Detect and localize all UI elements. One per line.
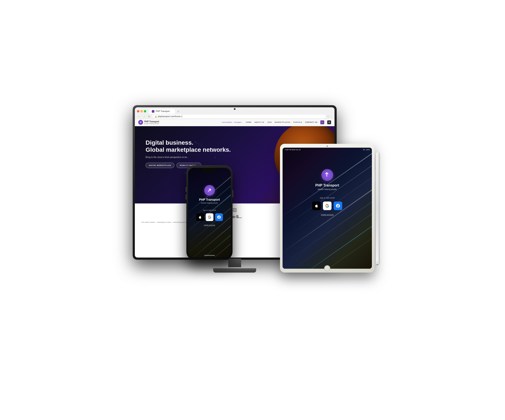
phone-app-content: PHP Transport people helping people sign… <box>188 174 231 257</box>
site-nav: PHP Transport people helping people conv… <box>135 119 335 126</box>
nav-links: conversations kennygon... HOME ABOUT US … <box>219 120 331 124</box>
traffic-lights <box>137 110 146 113</box>
phone-app-logo <box>204 185 215 196</box>
tab-title: PHP Transport <box>156 110 170 113</box>
phone-app-name: PHP Transport <box>199 198 220 201</box>
hero-content: Digital business. Global marketplace net… <box>145 139 231 168</box>
hero-title-line2: Global marketplace networks. <box>145 146 231 153</box>
tablet-app-content: PHP Transport people helping people sign… <box>283 152 372 269</box>
tablet-battery: 100% <box>366 149 370 150</box>
apple-icon <box>315 204 318 208</box>
hero-subtitle: Bring to the cloud a fresh perspective o… <box>145 156 231 158</box>
nav-home[interactable]: HOME <box>246 121 252 123</box>
more-icon[interactable]: ⋮ <box>330 115 332 118</box>
tablet-time: 2:38 PM Wed Oct 20 <box>285 149 301 151</box>
monitor-base <box>213 268 256 273</box>
username-link[interactable]: kennygon... <box>234 121 243 123</box>
tablet-home-button[interactable] <box>324 265 330 271</box>
phone-notch <box>202 168 217 173</box>
tablet-screen: 2:38 PM Wed Oct 20 5G 100% <box>283 148 372 269</box>
phone-sign-in-label: sign in with email <box>203 209 216 211</box>
apple-pencil <box>376 152 379 264</box>
browser-actions: ☆ ⋮ <box>327 115 332 118</box>
phone-screen: PHP Transport people helping people sign… <box>188 168 231 257</box>
tablet: 2:38 PM Wed Oct 20 5G 100% <box>280 144 374 273</box>
browser-tab[interactable]: PHP Transport <box>149 109 175 114</box>
bookmark-icon[interactable]: ☆ <box>327 115 329 118</box>
pencil-tip <box>377 263 378 265</box>
logo-text-block: PHP Transport people helping people <box>144 120 159 124</box>
phone: PHP Transport people helping people sign… <box>186 165 233 260</box>
phone-apple-icon <box>198 215 202 219</box>
tablet-status-right: 5G 100% <box>363 149 370 150</box>
forward-button[interactable]: → <box>142 115 146 119</box>
phone-social-buttons <box>196 213 223 221</box>
nav-contact-us[interactable]: CONTACT US <box>305 121 317 123</box>
tablet-signal: 5G <box>363 149 365 150</box>
phone-apple-signin[interactable] <box>196 213 204 221</box>
site-logo: PHP Transport people helping people <box>138 120 159 125</box>
phone-facebook-signin[interactable] <box>215 213 223 221</box>
browser-toolbar: ← → ↻ 🔒 phptransport.com/home-1 ☆ ⋮ <box>135 114 335 119</box>
phone-outer: PHP Transport people helping people sign… <box>186 165 233 260</box>
tablet-google-signin[interactable] <box>323 201 332 210</box>
phone-app: PHP Transport people helping people sign… <box>188 168 231 257</box>
close-button-tl[interactable] <box>137 110 139 113</box>
tablet-sign-in-label: sign in with email <box>320 197 335 199</box>
tablet-logo-svg <box>322 170 331 179</box>
tablet-camera <box>327 145 328 147</box>
nav-portals[interactable]: PORTALS <box>293 121 302 123</box>
tab-favicon <box>152 110 154 113</box>
tablet-apple-signin[interactable] <box>312 201 321 210</box>
reload-button[interactable]: ↻ <box>147 115 151 119</box>
nav-about[interactable]: ABOUT US <box>254 121 264 123</box>
tablet-app-logo-arrow <box>322 170 332 180</box>
tablet-outer: 2:38 PM Wed Oct 20 5G 100% <box>280 144 374 273</box>
phone-logo-svg <box>207 188 212 193</box>
logo-svg <box>139 121 142 124</box>
monitor-neck <box>228 259 241 267</box>
phone-google-signin[interactable] <box>206 213 214 221</box>
monitor-camera <box>234 108 235 110</box>
phone-volume-down-button[interactable] <box>186 194 186 200</box>
hero-title: Digital business. Global marketplace net… <box>145 139 231 153</box>
tablet-status-bar: 2:38 PM Wed Oct 20 5G 100% <box>283 148 372 152</box>
maximize-button-tl[interactable] <box>144 110 146 113</box>
facebook-icon <box>336 204 340 208</box>
tablet-app-tagline: people helping people <box>318 188 337 190</box>
nav-marketplaces[interactable]: MARKETPLACES <box>275 121 290 123</box>
nav-user-area: conversations kennygon... <box>221 121 243 123</box>
phone-power-button[interactable] <box>233 190 233 197</box>
address-text: phptransport.com/home-1 <box>158 115 183 118</box>
tablet-side-button[interactable] <box>374 169 375 182</box>
tablet-app-logo <box>322 169 333 181</box>
lock-icon: 🔒 <box>155 115 157 118</box>
phone-google-icon <box>208 215 211 219</box>
phone-volume-up-button[interactable] <box>186 187 186 192</box>
logo-name: PHP Transport <box>144 120 159 123</box>
conversations-link[interactable]: conversations <box>221 121 232 123</box>
new-tab-button[interactable]: + <box>176 109 180 113</box>
logo-icon <box>138 120 143 125</box>
hero-title-line1: Digital business. <box>145 139 193 146</box>
monitor-stand <box>213 259 256 273</box>
tablet-app-name: PHP Transport <box>316 183 339 187</box>
minimize-button-tl[interactable] <box>140 110 143 113</box>
nav-menu-button[interactable]: ▼ <box>327 120 331 124</box>
tablet-social-buttons <box>312 201 342 210</box>
address-bar[interactable]: 🔒 phptransport.com/home-1 <box>152 115 326 118</box>
nav-join[interactable]: JOIN <box>267 121 272 123</box>
tablet-create-account[interactable]: create account <box>321 213 334 216</box>
nav-edit-button[interactable]: ✏ <box>320 120 324 124</box>
phone-home-indicator <box>204 255 215 256</box>
google-icon <box>325 204 329 208</box>
scene: PHP Transport + ← → ↻ 🔒 phptransport.com… <box>126 105 379 315</box>
phone-facebook-icon <box>217 215 221 219</box>
digital-marketplace-button[interactable]: DIGITAL MARKETPLACE <box>145 163 174 168</box>
logo-tagline: people helping people <box>144 123 159 124</box>
phone-app-tagline: people helping people <box>201 202 218 204</box>
phone-create-account[interactable]: create account <box>204 224 215 226</box>
tablet-facebook-signin[interactable] <box>334 201 342 210</box>
tablet-app: 2:38 PM Wed Oct 20 5G 100% <box>283 148 372 269</box>
back-button[interactable]: ← <box>137 115 141 119</box>
